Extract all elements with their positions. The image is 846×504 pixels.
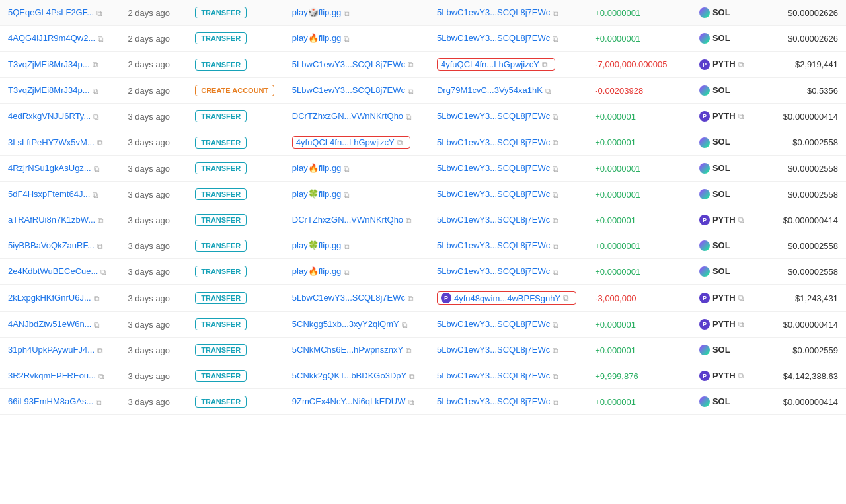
copy-icon[interactable]: ⧉ <box>93 87 102 96</box>
signature-link[interactable]: 4edRxkgVNJU6RTy... <box>8 111 91 121</box>
copy-icon[interactable]: ⧉ <box>344 34 353 44</box>
from-address-link[interactable]: play🎲flip.gg <box>292 7 342 17</box>
from-address-link[interactable]: play🍀flip.gg <box>292 189 342 199</box>
copy-icon[interactable]: ⧉ <box>344 190 353 199</box>
copy-icon[interactable]: ⧉ <box>553 268 562 277</box>
signature-link[interactable]: 31ph4UpkPAywuFJ4... <box>8 345 95 355</box>
signature-link[interactable]: 2kLxpgkHKfGnrU6J... <box>8 293 91 303</box>
from-address-link[interactable]: DCrTZhxzGN...VWnNKrtQho <box>292 215 403 225</box>
copy-icon[interactable]: ⧉ <box>97 242 106 251</box>
to-address-link[interactable]: 5LbwC1ewY3...SCQL8j7EWc <box>437 111 550 121</box>
copy-icon[interactable]: ⧉ <box>406 216 415 225</box>
from-address-link[interactable]: play🍀flip.gg <box>292 240 342 250</box>
copy-icon[interactable]: ⧉ <box>738 293 748 303</box>
copy-icon[interactable]: ⧉ <box>553 34 562 44</box>
copy-icon[interactable]: ⧉ <box>94 320 103 330</box>
from-address-link[interactable]: 9ZmCEx4NcY...Ni6qLkEDUW <box>292 396 406 406</box>
signature-link[interactable]: aTRAfRUi8n7K1zbW... <box>8 215 95 225</box>
from-address-link[interactable]: 4yfuQCL4fn...LhGpwjizcY <box>296 137 395 147</box>
copy-icon[interactable]: ⧉ <box>98 372 108 381</box>
from-address-link[interactable]: 5LbwC1ewY3...SCQL8j7EWc <box>292 85 405 95</box>
to-address-link[interactable]: 5LbwC1ewY3...SCQL8j7EWc <box>437 33 550 43</box>
copy-icon[interactable]: ⧉ <box>553 164 562 174</box>
from-address-link[interactable]: play🔥flip.gg <box>292 266 342 276</box>
to-address-link[interactable]: 5LbwC1ewY3...SCQL8j7EWc <box>437 240 550 250</box>
to-address-link[interactable]: 5LbwC1ewY3...SCQL8j7EWc <box>437 345 550 355</box>
copy-icon[interactable]: ⧉ <box>545 87 555 96</box>
signature-link[interactable]: 4RzjrNSu1gkAsUgz... <box>8 163 91 173</box>
signature-link[interactable]: 3R2RvkqmEPFREou... <box>8 371 96 380</box>
from-address-link[interactable]: 5CNkk2gQKT...bBDKGo3DpY <box>292 371 406 380</box>
copy-icon[interactable]: ⧉ <box>93 60 102 69</box>
copy-icon[interactable]: ⧉ <box>344 9 353 18</box>
copy-icon[interactable]: ⧉ <box>553 216 562 225</box>
copy-icon[interactable]: ⧉ <box>344 164 353 174</box>
signature-link[interactable]: 5iyBBBaVoQkZauRF... <box>8 240 95 250</box>
copy-icon[interactable]: ⧉ <box>553 9 562 18</box>
copy-icon[interactable]: ⧉ <box>406 112 415 122</box>
copy-icon[interactable]: ⧉ <box>96 9 106 18</box>
copy-icon[interactable]: ⧉ <box>94 294 103 303</box>
copy-icon[interactable]: ⧉ <box>408 398 418 407</box>
copy-icon[interactable]: ⧉ <box>408 294 417 303</box>
copy-icon[interactable]: ⧉ <box>553 372 562 381</box>
copy-icon[interactable]: ⧉ <box>563 293 572 303</box>
copy-icon[interactable]: ⧉ <box>553 242 562 251</box>
to-address-highlighted[interactable]: 4yfuQCL4fn...LhGpwjizcY⧉ <box>437 58 555 71</box>
copy-icon[interactable]: ⧉ <box>553 112 562 122</box>
copy-icon[interactable]: ⧉ <box>408 87 417 96</box>
copy-icon[interactable]: ⧉ <box>738 112 748 121</box>
to-address-link[interactable]: 5LbwC1ewY3...SCQL8j7EWc <box>437 163 550 173</box>
copy-icon[interactable]: ⧉ <box>344 268 353 277</box>
signature-link[interactable]: T3vqZjMEi8MrJ34p... <box>8 85 90 95</box>
signature-link[interactable]: 5QEqeGL4PsLF2GF... <box>8 7 94 17</box>
signature-link[interactable]: 66iL93EmHM8aGAs... <box>8 396 93 406</box>
to-address-link[interactable]: 4yfuQCL4fn...LhGpwjizcY <box>441 59 539 69</box>
copy-icon[interactable]: ⧉ <box>397 138 406 147</box>
copy-icon[interactable]: ⧉ <box>738 320 748 329</box>
from-address-highlighted[interactable]: 4yfuQCL4fn...LhGpwjizcY⧉ <box>292 136 410 149</box>
copy-icon[interactable]: ⧉ <box>406 346 415 355</box>
copy-icon[interactable]: ⧉ <box>402 320 411 330</box>
copy-icon[interactable]: ⧉ <box>98 34 107 44</box>
from-address-link[interactable]: DCrTZhxzGN...VWnNKrtQho <box>292 111 403 121</box>
copy-icon[interactable]: ⧉ <box>98 216 107 225</box>
copy-icon[interactable]: ⧉ <box>93 112 102 122</box>
copy-icon[interactable]: ⧉ <box>93 190 102 199</box>
copy-icon[interactable]: ⧉ <box>553 320 562 330</box>
copy-icon[interactable]: ⧉ <box>344 242 353 251</box>
from-address-link[interactable]: play🔥flip.gg <box>292 33 342 43</box>
to-address-link[interactable]: 4yfu48qwim...4wBPFSgnhY <box>454 293 560 303</box>
copy-icon[interactable]: ⧉ <box>96 398 105 407</box>
copy-icon[interactable]: ⧉ <box>97 138 106 147</box>
copy-icon[interactable]: ⧉ <box>738 371 748 380</box>
copy-icon[interactable]: ⧉ <box>94 164 103 174</box>
to-address-link[interactable]: 5LbwC1ewY3...SCQL8j7EWc <box>437 189 550 199</box>
to-address-link[interactable]: 5LbwC1ewY3...SCQL8j7EWc <box>437 396 550 406</box>
to-address-link[interactable]: 5LbwC1ewY3...SCQL8j7EWc <box>437 7 550 17</box>
to-address-link[interactable]: 5LbwC1ewY3...SCQL8j7EWc <box>437 215 550 225</box>
copy-icon[interactable]: ⧉ <box>738 60 748 69</box>
copy-icon[interactable]: ⧉ <box>409 372 418 381</box>
signature-link[interactable]: T3vqZjMEi8MrJ34p... <box>8 59 90 69</box>
from-address-link[interactable]: 5CNkgg51xb...3xyY2qiQmY <box>292 319 399 329</box>
copy-icon[interactable]: ⧉ <box>97 346 106 355</box>
copy-icon[interactable]: ⧉ <box>553 346 562 355</box>
copy-icon[interactable]: ⧉ <box>408 60 417 69</box>
to-address-link[interactable]: 5LbwC1ewY3...SCQL8j7EWc <box>437 266 550 276</box>
from-address-link[interactable]: 5LbwC1ewY3...SCQL8j7EWc <box>292 293 405 303</box>
copy-icon[interactable]: ⧉ <box>100 268 110 277</box>
from-address-link[interactable]: 5LbwC1ewY3...SCQL8j7EWc <box>292 59 405 69</box>
copy-icon[interactable]: ⧉ <box>553 138 562 147</box>
to-address-link[interactable]: 5LbwC1ewY3...SCQL8j7EWc <box>437 371 550 380</box>
copy-icon[interactable]: ⧉ <box>553 190 562 199</box>
from-address-link[interactable]: play🔥flip.gg <box>292 163 342 173</box>
signature-link[interactable]: 2e4KdbtWuBECeCue... <box>8 266 98 276</box>
from-address-link[interactable]: 5CNkMChs6E...hPwpnsznxY <box>292 345 403 355</box>
signature-link[interactable]: 4ANJbdZtw51eW6n... <box>8 319 91 329</box>
copy-icon[interactable]: ⧉ <box>542 60 551 69</box>
to-address-link[interactable]: 5LbwC1ewY3...SCQL8j7EWc <box>437 319 550 329</box>
to-address-link[interactable]: Drg79M1cvC...3Vy54xa1hK <box>437 85 543 95</box>
copy-icon[interactable]: ⧉ <box>553 398 562 407</box>
to-address-highlighted[interactable]: P4yfu48qwim...4wBPFSgnhY⧉ <box>437 291 576 305</box>
